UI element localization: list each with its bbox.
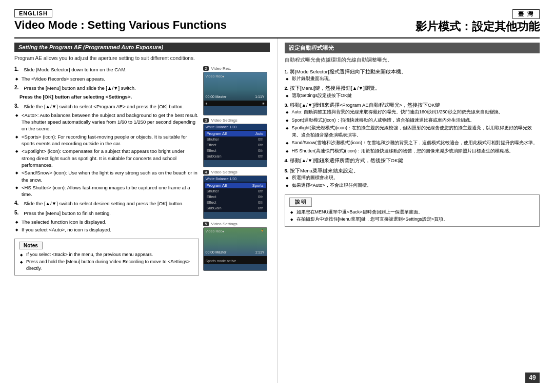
zh-step-5-b1: 如果選擇<Auto>，不會出現任何圖標。 [292,182,540,189]
step-3-bullet-1: <Sports> (icon): For recording fast-movi… [22,133,199,147]
english-badge: ENGLISH [14,9,52,17]
zh-step-2-text: 按下[Menu]鍵，然後用撥鈕[▲/▼]瀏覽。 [290,85,380,91]
step-3-text: Slide the [▲/▼] switch to select <Progra… [24,103,184,110]
screen-1-wrap: 2 Video Rec. Video Rec● 00:00 Master 1:1… [203,66,270,115]
screen-4-label: Video Settings [211,222,237,226]
step-5: 5. Press the [Menu] button to finish set… [14,210,199,233]
page-container: ENGLISH Video Mode : Setting Various Fun… [0,0,554,392]
notes-title-zh: 說 明 [289,198,312,207]
zh-step-3-b4: HS Shutter(高速快門模式)(icon)：用於拍攝快速移動的物體，您的圖… [292,148,540,155]
step-2-number: 2. [14,85,18,90]
screen-2-wrap: 3 Video Settings White Balance 1/00 Prog… [203,118,270,167]
zh-step-2-bullet: 選取Settings設定後按下OK鍵 [292,92,540,100]
zh-step-3-b3: Sand/Snow(雪地和沙灘模式)(icon)：在雪地和沙灘的背景之下，這個模… [292,140,540,147]
step-1-number: 1. [14,66,18,72]
screen-2-label: Video Settings [211,118,237,123]
step-4-text: Slide the [▲/▼] switch to select desired… [24,200,183,207]
effect3-item: SubGain0th [205,153,266,159]
step-4-number: 4. [14,200,18,206]
img-column: 2 Video Rec. Video Rec● 00:00 Master 1:1… [203,66,270,276]
zh-step-1: 1. 將[Mode Selector]撥式選擇鈕向下拉動來開啟本機。 影片錄製畫… [285,68,540,83]
screen-3-menu: Program AESports Shutter0th Effect0th Ef… [204,182,267,212]
subgain-sports: SubGain0th [205,205,266,211]
content-area: Setting the Program AE (Programmed Auto … [14,37,540,383]
zh-note-1: 在拍攝影片中途按住[Menu菜單]鍵，您可直接被選到<Settings設定>頁項… [296,216,536,223]
zh-intro: 自動程式曝光會依據環境的光線自動調整曝光。 [285,56,540,64]
screen-4-img: Video Rec● 🏃 00:00 Master 1:11Y Sports m… [203,227,267,271]
step-5-bullet-0: The selected function icon is displayed. [22,219,199,225]
screen-1-img: Video Rec● 00:00 Master 1:11Y ♦ ■ [203,72,267,115]
step-3-bullet-4: <HS Shutter> (icon): Allows fast-moving … [22,184,199,198]
zh-step-3-b1: Sport(運動模式)(icon)：拍攝快速移動的人或物體，適合拍攝速運比賽或車… [292,117,540,124]
step-1: 1. Slide [Mode Selector] down to turn on… [14,66,199,82]
step-5-number: 5. [14,210,18,215]
header-area: ENGLISH Video Mode : Setting Various Fun… [14,9,540,34]
notes-box-zh: 說 明 如果您在MENU選單中選<Back>鍵時會回到上一個選單畫面。 在拍攝影… [285,194,540,227]
right-column: 設定自動程式曝光 自動程式曝光會依據環境的光線自動調整曝光。 1. 將[Mode… [278,38,540,383]
step-3-number: 3. [14,103,18,109]
text-column-en: 1. Slide [Mode Selector] down to turn on… [14,66,199,276]
main-title-zh: 影片模式：設定其他功能 [416,20,540,33]
notes-item-0: If you select <Back> in the menu, the pr… [26,251,194,258]
shutter-sports: Shutter0th [205,188,266,194]
section-subtitle-zh: 設定自動程式曝光 [285,43,540,53]
zh-step-3-b2: Spotlight(聚光燈模式)(icon)：在拍攝主題的光線較強，但因照射的光… [292,125,540,139]
notes-item-1: Press and hold the [Menu] button during … [26,259,194,271]
effect2-sports: Effect0th [205,200,266,205]
step-1-bullet: The <Video Records> screen appears. [22,75,199,82]
screen-1-label: Video Rec. [211,66,231,71]
zh-note-0: 如果您在MENU選單中選<Back>鍵時會回到上一個選單畫面。 [296,209,536,215]
zh-step-3: 3. 移動[▲/▼]撥鈕來選擇<Program AE自動程式曝光>，然後按下OK… [285,102,540,154]
zh-step-1-num: 1. [285,69,290,74]
step-2-text: Press the [Menu] button and slide the [▲… [24,85,135,91]
step-2: 2. Press the [Menu] button and slide the… [14,85,199,101]
screen-4-num: 5 [203,222,209,226]
intro-text-en: Program AE allows you to adjust the aper… [14,55,270,62]
notes-box-en: Notes If you select <Back> in the menu, … [14,239,199,276]
step-3-bullet-3: <Sand/Snow> (icon): Use when the light i… [22,169,199,183]
zh-step-4-text: 移動[▲/▼]撥鈕來選擇所需的方式，然後按下OK鍵 [290,158,403,163]
screen-3-wrap: 4 Video Settings White Balance 1/00 Prog… [203,170,270,219]
zh-step-4-num: 4. [285,158,290,163]
right-header: 臺 灣 影片模式：設定其他功能 [272,9,540,34]
step-3: 3. Slide the [▲/▼] switch to select <Pro… [14,103,199,198]
screen-2-num: 3 [203,118,209,123]
left-header: ENGLISH Video Mode : Setting Various Fun… [14,9,272,33]
zh-step-5: 5. 按下Menu菜單鍵來結束設定。 所選擇的圖標會出現。 如果選擇<Auto>… [285,167,540,189]
shutter-item: Shutter0th [205,136,266,142]
screen-3-num: 4 [203,170,209,174]
screen-2-header: White Balance 1/00 [204,124,267,130]
program-ae-item: Program AEAuto [205,131,266,136]
screen-3-label: Video Settings [211,170,237,174]
step-3-bullet-0: <Auto>: Auto balances between the subjec… [22,112,199,132]
notes-title-en: Notes [19,242,43,249]
zh-step-5-row: 5. 按下Menu菜單鍵來結束設定。 [285,167,540,174]
program-ae-sports: Program AESports [205,183,266,188]
left-column: Setting the Program AE (Programmed Auto … [14,38,278,383]
zh-step-4: 4. 移動[▲/▼]撥鈕來選擇所需的方式，然後按下OK鍵 [285,157,540,164]
effect-sports: Effect0th [205,194,266,200]
main-title-en: Video Mode : Setting Various Functions [14,18,272,32]
zh-step-5-text: 按下Menu菜單鍵來結束設定。 [290,168,359,173]
zh-step-5-b0: 所選擇的圖標會出現。 [292,174,540,182]
effect2-item: Effect0th [205,148,266,153]
section-subtitle-en: Setting the Program AE (Programmed Auto … [14,43,270,52]
zh-step-2-num: 2. [285,85,290,91]
step-1-text: Slide [Mode Selector] down to turn on th… [24,66,127,73]
zh-step-2-row: 2. 按下[Menu]鍵，然後用撥鈕[▲/▼]瀏覽。 [285,85,540,92]
zh-step-3-b0: Auto: 自動調整主體與背景的光線來取得最好的曝光。快門速由160秒到1/25… [292,109,540,116]
step-5-bullet-1: If you select <Auto>, no icon is display… [22,226,199,233]
zh-step-5-num: 5. [285,168,290,173]
zh-step-4-row: 4. 移動[▲/▼]撥鈕來選擇所需的方式，然後按下OK鍵 [285,157,540,164]
zh-step-1-text: 將[Mode Selector]撥式選擇鈕向下拉動來開啟本機。 [290,69,406,74]
screen-2-menu: Program AEAuto Shutter0th Effect0th Effe… [204,130,267,160]
screen-3-img: White Balance 1/00 Program AESports Shut… [203,175,267,219]
zh-step-1-bullet: 影片錄製畫面出現。 [292,75,540,83]
step-4: 4. Slide the [▲/▼] switch to select desi… [14,200,199,207]
page-number: 49 [525,373,540,383]
zh-step-2: 2. 按下[Menu]鍵，然後用撥鈕[▲/▼]瀏覽。 選取Settings設定後… [285,85,540,99]
zh-step-3-text: 移動[▲/▼]撥鈕來選擇<Program AE自動程式曝光>，然後按下OK鍵 [290,102,440,108]
screen-4-wrap: 5 Video Settings Video Rec● 🏃 00:00 Mast… [203,222,270,271]
step-5-text: Press the [Menu] button to finish settin… [24,210,111,217]
screen-3-header: White Balance 1/00 [204,176,267,182]
